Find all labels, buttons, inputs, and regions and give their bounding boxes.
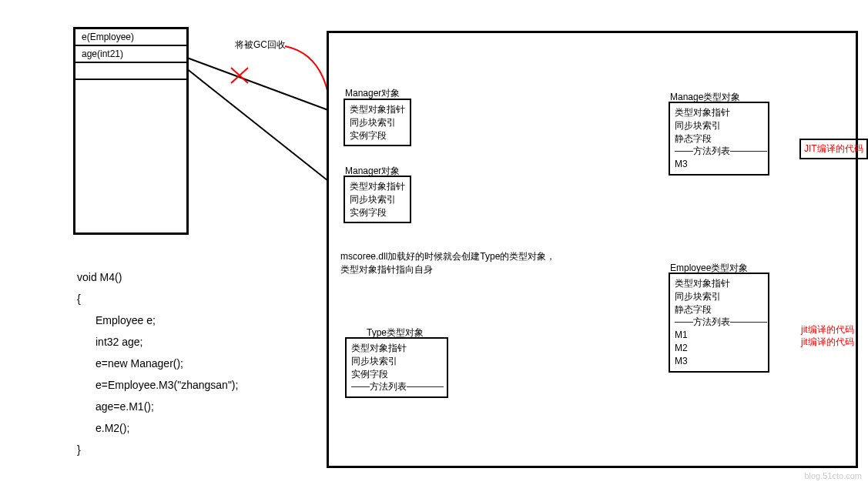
gc-annotation: 将被GC回收 — [235, 38, 286, 52]
code-line-3: Employee e; — [77, 309, 238, 331]
code-line-5: e=new Manager(); — [77, 353, 238, 374]
jit-label-m1: jit编译的代码 — [801, 323, 854, 336]
type-typeobj-syncblk: 同步块索引 — [351, 355, 442, 368]
employee-typeobj-static: 静态字段 — [675, 303, 763, 316]
manager-obj1: 类型对象指针 同步块索引 实例字段 — [344, 99, 411, 146]
code-line-4: int32 age; — [77, 331, 238, 353]
stack-frame: e(Employee) age(int21) — [73, 27, 189, 235]
stack-cell-e: e(Employee) — [75, 29, 186, 46]
jit-compiled-box: JIT编译的代码 — [799, 139, 868, 159]
manager-obj1-fields: 实例字段 — [350, 129, 405, 142]
jit-label-m2: jit编译的代码 — [801, 336, 854, 349]
employee-typeobj-syncblk: 同步块索引 — [675, 290, 763, 303]
type-typeobj: 类型对象指针 同步块索引 实例字段 ——方法列表———— — [345, 337, 448, 398]
employee-typeobj-m1: M1 — [675, 329, 763, 342]
type-typeobj-methods: ——方法列表———— — [351, 380, 442, 393]
code-line-7: age=e.M1(); — [77, 396, 238, 417]
code-line-8: e.M2(); — [77, 417, 238, 439]
heap-area — [327, 31, 858, 468]
type-typeobj-typeptr: 类型对象指针 — [351, 342, 442, 355]
manager-obj2-syncblk: 同步块索引 — [350, 193, 405, 206]
type-typeobj-fields: 实例字段 — [351, 368, 442, 381]
stack-cell-empty — [75, 63, 186, 80]
code-block: void M4() { Employee e; int32 age; e=new… — [77, 266, 238, 460]
code-line-9: } — [77, 439, 238, 460]
code-line-1: void M4() — [77, 266, 238, 288]
employee-typeobj: 类型对象指针 同步块索引 静态字段 ——方法列表———— M1 M2 M3 — [669, 273, 769, 373]
employee-typeobj-methods: ——方法列表———— — [675, 316, 763, 329]
heap-note-line1: mscoree.dll加载好的时候就会创建Type的类型对象， — [340, 250, 555, 263]
manage-typeobj-methods: ——方法列表———— — [675, 145, 763, 158]
manager-obj1-typeptr: 类型对象指针 — [350, 103, 405, 116]
manager-obj2-typeptr: 类型对象指针 — [350, 180, 405, 193]
manager-obj2-fields: 实例字段 — [350, 206, 405, 219]
heap-note-line2: 类型对象指针指向自身 — [340, 263, 433, 276]
manage-typeobj-typeptr: 类型对象指针 — [675, 106, 763, 119]
code-line-2: { — [77, 288, 238, 309]
employee-typeobj-m3: M3 — [675, 355, 763, 368]
code-line-6: e=Employee.M3("zhangsan"); — [77, 374, 238, 396]
manage-typeobj: 类型对象指针 同步块索引 静态字段 ——方法列表———— M3 — [669, 102, 769, 176]
manager-obj2: 类型对象指针 同步块索引 实例字段 — [344, 176, 411, 223]
manage-typeobj-static: 静态字段 — [675, 132, 763, 146]
manager-obj1-syncblk: 同步块索引 — [350, 116, 405, 129]
manage-typeobj-m3: M3 — [675, 158, 763, 171]
manage-typeobj-syncblk: 同步块索引 — [675, 119, 763, 132]
employee-typeobj-m2: M2 — [675, 342, 763, 355]
stack-cell-age: age(int21) — [75, 46, 186, 63]
employee-typeobj-typeptr: 类型对象指针 — [675, 277, 763, 290]
watermark: blog.51cto.com — [804, 471, 862, 480]
